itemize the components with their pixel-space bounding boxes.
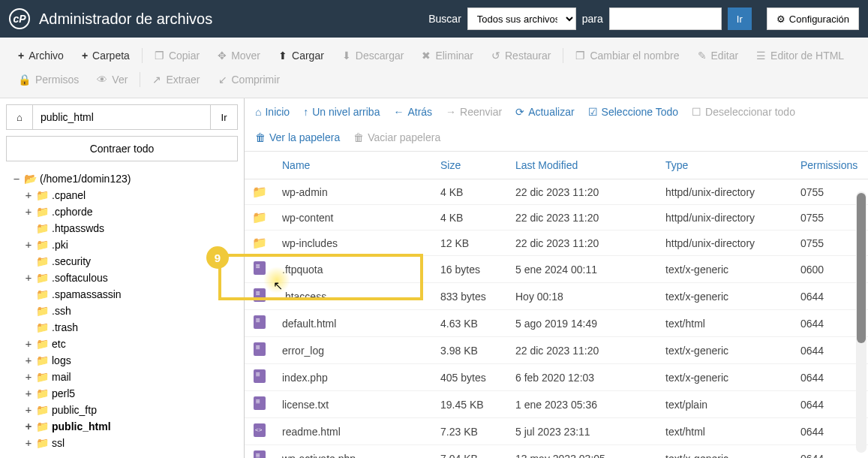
table-row[interactable]: wp-activate.php7.04 KB13 may 2023 03:05t…	[245, 445, 868, 459]
tree-item[interactable]: +📁ssl	[24, 435, 238, 451]
cell-name: readme.html	[275, 418, 433, 445]
tree-item[interactable]: +📁.softaculous	[24, 270, 238, 286]
col-perm[interactable]: Permissions	[793, 152, 868, 179]
extract-button[interactable]: Extraer	[143, 68, 209, 92]
col-type[interactable]: Type	[658, 152, 793, 179]
tree-item[interactable]: +📁.cpanel	[24, 187, 238, 203]
cell-type: text/x-generic	[658, 445, 793, 459]
search-input[interactable]	[609, 8, 722, 30]
cell-type: httpd/unix-directory	[658, 231, 793, 256]
tree-item[interactable]: 📁.trash	[24, 319, 238, 336]
table-row[interactable]: license.txt19.45 KB1 ene 2023 05:36text/…	[245, 391, 868, 418]
col-name[interactable]: Name	[275, 152, 433, 179]
new-folder-button[interactable]: Carpeta	[73, 44, 139, 68]
content: Inicio Un nivel arriba Atrás Reenviar Ac…	[245, 98, 868, 458]
forward-icon	[446, 106, 456, 118]
content-toolbar: Inicio Un nivel arriba Atrás Reenviar Ac…	[245, 98, 868, 152]
download-button[interactable]: Descargar	[333, 44, 413, 68]
check-icon	[588, 106, 598, 118]
view-trash[interactable]: Ver la papelera	[255, 131, 340, 143]
tree-item[interactable]: +📁logs	[24, 352, 238, 369]
cell-size: 3.98 KB	[433, 337, 508, 364]
table-row[interactable]: default.html4.63 KB5 ago 2019 14:49text/…	[245, 310, 868, 337]
search-go-button[interactable]: Ir	[728, 8, 752, 30]
restore-button[interactable]: Restaurar	[482, 44, 560, 68]
nav-forward[interactable]: Reenviar	[446, 106, 502, 118]
edit-button[interactable]: Editar	[689, 44, 748, 68]
file-table-wrap[interactable]: Name Size Last Modified Type Permissions…	[245, 152, 868, 458]
path-go-button[interactable]: Ir	[211, 104, 238, 130]
cell-size: 7.23 KB	[433, 418, 508, 445]
col-size[interactable]: Size	[433, 152, 508, 179]
tree-item[interactable]: +📁public_ftp	[24, 402, 238, 418]
scrollbar[interactable]	[856, 191, 866, 453]
col-modified[interactable]: Last Modified	[508, 152, 658, 179]
empty-trash[interactable]: Vaciar papelera	[353, 131, 440, 143]
copy-button[interactable]: Copiar	[146, 44, 209, 68]
search-scope-select[interactable]: Todos sus archivos	[467, 8, 576, 30]
folder-tree[interactable]: −📂(/home1/domin123) +📁.cpanel+📁.cphorde📁…	[6, 170, 238, 453]
table-row[interactable]: 📁wp-content4 KB22 dic 2023 11:20httpd/un…	[245, 205, 868, 231]
cell-name: default.html	[275, 310, 433, 337]
cell-type: text/html	[658, 418, 793, 445]
tree-item[interactable]: +📁.pki	[24, 237, 238, 253]
tree-item[interactable]: 📁.spamassassin	[24, 286, 238, 303]
tree-item[interactable]: +📁tmp	[24, 451, 238, 453]
table-row[interactable]: .htaccess833 bytesHoy 00:18text/x-generi…	[245, 283, 868, 310]
tree-item[interactable]: 📁.htpasswds	[24, 220, 238, 237]
compress-icon	[218, 74, 227, 86]
tree-root[interactable]: −📂(/home1/domin123)	[12, 170, 238, 187]
nav-home[interactable]: Inicio	[255, 106, 290, 118]
annotation-badge: 9	[206, 246, 229, 269]
trash-icon	[353, 131, 364, 143]
tree-item[interactable]: +📁etc	[24, 336, 238, 352]
para-label: para	[582, 13, 603, 25]
home-icon	[255, 106, 261, 118]
deselect-all[interactable]: Deseleccionar todo	[692, 106, 795, 118]
reload-icon	[515, 106, 524, 118]
file-icon	[254, 396, 266, 410]
nav-reload[interactable]: Actualizar	[515, 106, 574, 118]
scrollbar-thumb[interactable]	[857, 193, 866, 343]
tree-item[interactable]: +📁perl5	[24, 385, 238, 402]
new-file-button[interactable]: Archivo	[9, 44, 73, 68]
config-button[interactable]: Configuración	[767, 8, 859, 30]
tree-item[interactable]: +📁.cphorde	[24, 203, 238, 220]
select-all[interactable]: Seleccione Todo	[588, 106, 678, 118]
nav-back[interactable]: Atrás	[393, 106, 432, 118]
permissions-button[interactable]: Permisos	[9, 68, 88, 92]
rename-button[interactable]: Cambiar el nombre	[566, 44, 688, 68]
cell-modified: Hoy 00:18	[508, 283, 658, 310]
tree-item[interactable]: +📁public_html	[24, 418, 238, 435]
folder-icon: 📁	[252, 185, 267, 198]
html-editor-button[interactable]: Editor de HTML	[747, 44, 853, 68]
path-input[interactable]	[33, 104, 211, 130]
edit-icon	[698, 50, 707, 62]
cell-type: text/plain	[658, 391, 793, 418]
cell-size: 12 KB	[433, 231, 508, 256]
plus-icon	[82, 50, 88, 62]
rename-icon	[575, 50, 585, 62]
tree-item[interactable]: 📁.ssh	[24, 303, 238, 319]
table-row[interactable]: readme.html7.23 KB5 jul 2023 23:11text/h…	[245, 418, 868, 445]
search-area: Buscar Todos sus archivos para Ir Config…	[428, 8, 859, 30]
compress-button[interactable]: Comprimir	[209, 68, 290, 92]
table-row[interactable]: error_log3.98 KB22 dic 2023 11:20text/x-…	[245, 337, 868, 364]
tree-item[interactable]: +📁mail	[24, 369, 238, 385]
cell-type: text/x-generic	[658, 283, 793, 310]
upload-button[interactable]: Cargar	[269, 44, 333, 68]
cell-size: 4 KB	[433, 205, 508, 231]
table-row[interactable]: 📁wp-admin4 KB22 dic 2023 11:20httpd/unix…	[245, 179, 868, 205]
collapse-all-button[interactable]: Contraer todo	[6, 136, 238, 161]
home-button[interactable]	[6, 104, 33, 130]
back-icon	[393, 106, 404, 118]
cell-modified: 6 feb 2020 12:03	[508, 364, 658, 391]
table-row[interactable]: index.php405 bytes6 feb 2020 12:03text/x…	[245, 364, 868, 391]
view-button[interactable]: Ver	[88, 68, 137, 92]
nav-up[interactable]: Un nivel arriba	[303, 106, 380, 118]
file-icon	[254, 288, 266, 302]
delete-button[interactable]: Eliminar	[413, 44, 482, 68]
move-button[interactable]: Mover	[209, 44, 269, 68]
table-row[interactable]: .ftpquota16 bytes5 ene 2024 00:11text/x-…	[245, 256, 868, 283]
table-row[interactable]: 📁wp-includes12 KB22 dic 2023 11:20httpd/…	[245, 231, 868, 256]
